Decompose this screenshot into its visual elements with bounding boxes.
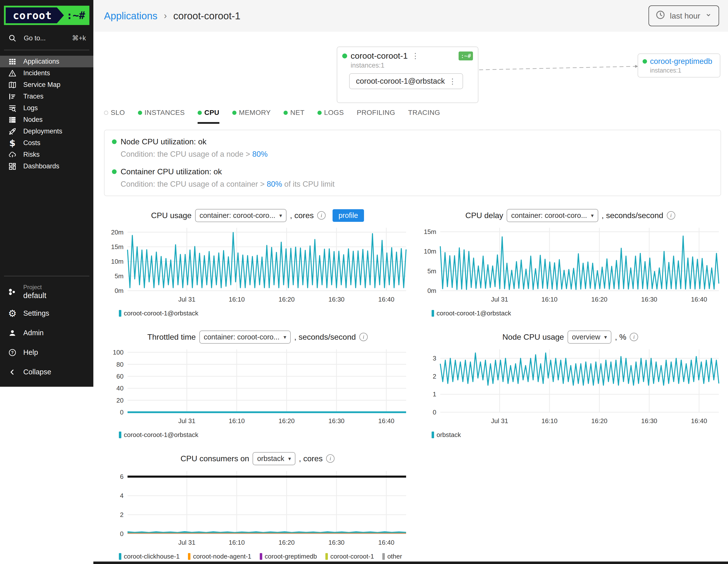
node-cpu-usage-chart: Jul 3116:1016:2016:3016:400123 [417, 345, 724, 427]
legend-item-coroot-coroot-1-orbstack[interactable]: coroot-coroot-1@orbstack [119, 431, 198, 439]
svg-text:16:20: 16:20 [591, 296, 607, 303]
chart-node-cpu-usage: Node CPU usage overview ▾ , % i Jul 3116… [417, 329, 724, 439]
info-icon[interactable]: i [359, 333, 368, 341]
legend-item-coroot-clickhouse-1[interactable]: coroot-clickhouse-1 [119, 553, 180, 560]
svg-text:100: 100 [113, 349, 124, 356]
project-name: default [23, 291, 46, 300]
caret-down-icon: ▾ [591, 212, 594, 219]
legend-item-coroot-coroot-1-orbstack[interactable]: coroot-coroot-1@orbstack [119, 309, 198, 317]
sidebar-item-applications[interactable]: Applications [0, 56, 93, 67]
threshold-link[interactable]: 80% [267, 180, 282, 188]
chart-title-suffix: , seconds/second [602, 211, 663, 220]
chart-cpu-usage: CPU usage container: coroot-coro... ▾ , … [104, 207, 411, 317]
info-icon[interactable]: i [667, 211, 675, 220]
legend-color-swatch [119, 310, 121, 317]
breadcrumb-applications-link[interactable]: Applications [104, 10, 157, 22]
chart-legend: coroot-coroot-1@orbstack [432, 309, 716, 317]
svg-text:16:20: 16:20 [279, 296, 295, 303]
sidebar-bottom: Project default ⚙SettingsAdmin?HelpColla… [0, 270, 93, 382]
throttled-time-series-select[interactable]: container: coroot-coro... ▾ [199, 331, 291, 344]
legend-color-swatch [382, 553, 385, 560]
svg-text:16:20: 16:20 [279, 539, 295, 546]
svg-text:15m: 15m [424, 228, 436, 235]
svg-text:3: 3 [433, 355, 436, 362]
svg-text:16:10: 16:10 [229, 539, 245, 546]
threshold-link[interactable]: 80% [252, 150, 268, 158]
throttled-time-chart: Jul 3116:1016:2016:3016:40020406080100 [104, 345, 411, 427]
node-cpu-view-select[interactable]: overview ▾ [568, 331, 611, 344]
logs-icon [7, 104, 17, 112]
chart-legend: orbstack [432, 431, 716, 439]
svg-text:16:40: 16:40 [378, 417, 394, 425]
check-condition: Condition: the CPU usage of a node > 80% [121, 150, 713, 159]
check-condition: Condition: the CPU usage of a container … [121, 180, 713, 189]
sidebar-item-settings[interactable]: ⚙Settings [0, 304, 93, 323]
sidebar-item-costs[interactable]: $Costs [0, 137, 93, 149]
legend-item-coroot-coroot-1[interactable]: coroot-coroot-1 [325, 553, 374, 560]
dependency-dashed-link [479, 59, 640, 74]
check-title: Node CPU utilization: ok [121, 137, 207, 146]
status-dot [112, 169, 117, 174]
svg-text:6: 6 [120, 473, 124, 480]
sidebar-item-traces[interactable]: Traces [0, 91, 93, 102]
chevron-down-icon [705, 11, 712, 21]
time-range-picker[interactable]: last hour [649, 5, 719, 26]
svg-text:20m: 20m [111, 229, 124, 236]
info-icon[interactable]: i [326, 454, 335, 463]
upstream-app-link[interactable]: coroot-greptimedb [650, 57, 712, 66]
collapse-icon [7, 368, 17, 376]
sidebar-item-service-map[interactable]: Service Map [0, 79, 93, 91]
legend-item-coroot-node-agent-1[interactable]: coroot-node-agent-1 [188, 553, 251, 560]
sidebar-item-nodes[interactable]: Nodes [0, 114, 93, 126]
sidebar-item-collapse[interactable]: Collapse [0, 362, 93, 382]
kebab-menu-icon[interactable]: ⋮ [449, 77, 456, 86]
sidebar-item-incidents[interactable]: Incidents [0, 67, 93, 79]
charts-grid: CPU usage container: coroot-coro... ▾ , … [104, 207, 728, 564]
tab-instances[interactable]: INSTANCES [138, 109, 185, 124]
chart-title-suffix: , seconds/second [294, 333, 356, 342]
check-node-cpu: Node CPU utilization: ok Condition: the … [112, 137, 713, 159]
sidebar-item-admin[interactable]: Admin [0, 323, 93, 343]
status-dot [342, 53, 347, 58]
sidebar-divider [4, 276, 89, 276]
goto-search[interactable]: Go to... ⌘+k [0, 32, 93, 44]
cpu-usage-series-select[interactable]: container: coroot-coro... ▾ [195, 209, 286, 222]
sidebar-item-help[interactable]: ?Help [0, 343, 93, 362]
info-icon[interactable]: i [317, 211, 326, 220]
project-selector[interactable]: Project default [0, 282, 93, 304]
svg-text:80: 80 [116, 361, 124, 368]
instance-coroot-coroot-1-orbstack[interactable]: coroot-coroot-1@orbstack ⋮ [349, 73, 463, 89]
tab-tracing[interactable]: TRACING [408, 109, 440, 124]
legend-item-coroot-greptimedb[interactable]: coroot-greptimedb [260, 553, 317, 560]
chart-title: CPU delay [465, 211, 503, 220]
tab-profiling[interactable]: PROFILING [357, 109, 395, 124]
tab-slo[interactable]: SLO [104, 109, 125, 124]
chart-title: CPU consumers on [181, 454, 249, 463]
sidebar-item-logs[interactable]: Logs [0, 102, 93, 114]
service-map-section: coroot-coroot-1 ⋮ :~# instances:1 coroot… [93, 32, 728, 104]
svg-text:2: 2 [433, 373, 436, 380]
sidebar-item-risks[interactable]: Risks [0, 149, 93, 160]
tab-net[interactable]: NET [284, 109, 305, 124]
status-dot [284, 111, 288, 115]
legend-item-coroot-coroot-1-orbstack[interactable]: coroot-coroot-1@orbstack [432, 309, 511, 317]
sidebar-item-deployments[interactable]: Deployments [0, 126, 93, 137]
tab-logs[interactable]: LOGS [317, 109, 344, 124]
svg-text:16:30: 16:30 [641, 417, 657, 425]
tab-cpu[interactable]: CPU [198, 109, 219, 124]
legend-item-orbstack[interactable]: orbstack [432, 431, 461, 439]
svg-text:4: 4 [120, 492, 124, 499]
cpu-consumers-node-select[interactable]: orbstack ▾ [253, 452, 295, 465]
legend-item-other[interactable]: other [382, 553, 402, 560]
chart-legend: coroot-coroot-1@orbstack [119, 309, 404, 317]
sidebar-item-dashboards[interactable]: Dashboards [0, 160, 93, 172]
cpu-delay-series-select[interactable]: container: coroot-coro... ▾ [507, 209, 598, 222]
kebab-menu-icon[interactable]: ⋮ [412, 51, 419, 60]
dashboards-icon [7, 162, 17, 171]
bottom-strip [93, 562, 728, 564]
sidebar-divider [4, 50, 89, 50]
tab-memory[interactable]: MEMORY [232, 109, 271, 124]
profile-button[interactable]: profile [333, 209, 364, 222]
info-icon[interactable]: i [630, 333, 638, 341]
coroot-logo[interactable]: coroot :~# [4, 6, 89, 25]
